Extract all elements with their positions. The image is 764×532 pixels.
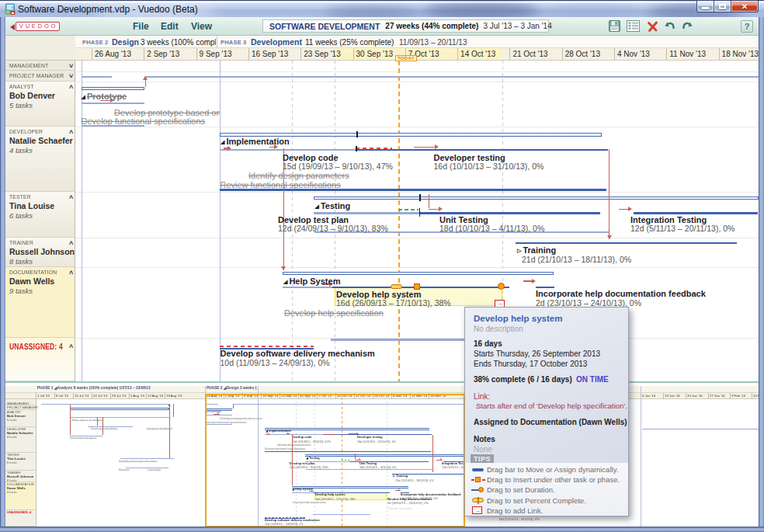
undo-icon[interactable] — [663, 19, 677, 33]
redo-icon[interactable] — [680, 19, 694, 33]
sidebar-section-trainer[interactable]: TRAINERRussell Johnson8 tasks˄ — [5, 238, 75, 267]
task-bar[interactable] — [419, 212, 600, 214]
task-bar[interactable] — [220, 346, 314, 347]
task-sublabel[interactable]: 12d (24/09/13 – 9/10/13), 83% — [278, 224, 388, 234]
task-bar[interactable] — [82, 76, 113, 78]
progress-tick — [419, 208, 421, 217]
close-button[interactable]: ✕ — [731, 1, 759, 12]
task-bar[interactable] — [283, 272, 554, 276]
percent-handle[interactable] — [391, 284, 402, 289]
chevron-up-icon[interactable]: ˄ — [69, 342, 73, 350]
chevron-up-icon[interactable]: ˄ — [69, 269, 73, 276]
phase-name[interactable]: Design — [112, 37, 139, 47]
task-bar[interactable] — [82, 87, 145, 91]
task-sublabel[interactable]: 15d (19/09/13 – 9/10/13), 47% — [283, 162, 393, 172]
task-bar[interactable] — [314, 212, 419, 214]
insert-icon — [471, 475, 487, 485]
task-bar[interactable] — [331, 339, 465, 341]
task-label[interactable]: Incorporate help documentation feedback — [536, 289, 706, 298]
completed-task-label[interactable]: ◢Prototype — [82, 92, 127, 101]
minimap-sidebar-tasks: 5 tasks — [7, 419, 17, 422]
menu-item-edit[interactable]: Edit — [161, 21, 179, 32]
gantt-chart[interactable]: ◢PrototypeDevelop prototype based on spe… — [75, 61, 759, 381]
menu-item-view[interactable]: View — [191, 21, 212, 32]
sidebar-section-developer[interactable]: DEVELOPERNatalie Schaefer4 tasks˄ — [5, 127, 75, 192]
expanded-marker-icon[interactable]: ◢ — [221, 139, 224, 145]
task-bar[interactable] — [356, 149, 608, 151]
menu-item-file[interactable]: File — [133, 21, 149, 32]
task-bar[interactable] — [283, 287, 332, 289]
phase-header-bar: PHASE 2Design3 weeks (100% compl…PHASE 3… — [75, 36, 759, 48]
sidebar-section-unassigned-[interactable]: UNASSIGNED: 4˄ — [5, 338, 75, 381]
sidebar-section-analyst[interactable]: ANALYSTBob Denver5 tasks˄ — [5, 82, 75, 127]
completed-task-label[interactable]: Develop functional specifications — [82, 116, 206, 126]
task-label[interactable]: Develop help system — [336, 290, 421, 299]
sidebar-task-count: 4 tasks — [9, 146, 33, 155]
task-bar[interactable] — [516, 242, 737, 245]
task-bar[interactable] — [220, 133, 602, 137]
task-sublabel[interactable]: 16d (26/09/13 – 17/10/13), 38% — [336, 299, 451, 308]
vuedoo-logo[interactable]: VUEDOO — [16, 22, 60, 31]
completed-task-label[interactable]: Identify design parameters — [248, 171, 349, 180]
collapsed-marker-icon[interactable]: ▷ — [517, 248, 521, 254]
sidebar-section-documentation[interactable]: DOCUMENTATIONDawn Wells9 tasks˄ — [5, 267, 75, 338]
project-title: SOFTWARE DEVELOPMENT — [269, 22, 380, 31]
task-sublabel[interactable]: 12d (5/11/13 – 20/11/13), 0% — [630, 224, 734, 234]
label-text: Help System — [289, 276, 340, 286]
task-bar[interactable] — [314, 196, 759, 200]
task-label[interactable]: ◢Testing — [315, 201, 351, 210]
sidebar-section-project-manager[interactable]: PROJECT MANAGER˅ — [5, 71, 75, 82]
task-bar[interactable] — [146, 76, 759, 78]
maximize-button[interactable] — [714, 1, 731, 12]
title-bar[interactable]: Software Development.vdp - Vuedoo (Beta)… — [0, 0, 764, 17]
insert-handle[interactable] — [414, 283, 420, 290]
task-sublabel[interactable]: 16d (10/10/13 – 31/10/13), 0% — [434, 162, 544, 172]
dependency-arrowhead-up — [143, 76, 148, 80]
overview-minimap[interactable]: PHASE 1 ◢Analysis 8 weeks (100% complete… — [5, 381, 759, 527]
window-buttons: ✕ — [696, 1, 759, 12]
completed-task-label[interactable]: Develop prototype based on spec — [114, 108, 220, 117]
task-sublabel[interactable]: 10d (11/09/13 – 24/09/13), 0% — [221, 359, 330, 368]
task-bar[interactable] — [220, 149, 356, 151]
minimap-viewport[interactable] — [205, 394, 465, 527]
chevron-up-icon[interactable]: ˄ — [69, 83, 73, 91]
project-header[interactable]: SOFTWARE DEVELOPMENT 27 weeks (44% compl… — [262, 19, 549, 33]
chevron-up-icon[interactable]: ˄ — [69, 239, 73, 247]
help-button[interactable]: ? — [741, 20, 753, 33]
task-label[interactable]: ◢Implementation — [221, 137, 290, 146]
chevron-down-icon[interactable]: ˅ — [69, 62, 73, 70]
chevron-up-icon[interactable]: ˄ — [69, 128, 73, 136]
chevron-down-icon[interactable]: ˅ — [69, 72, 73, 80]
save-icon[interactable] — [608, 19, 622, 33]
task-label[interactable]: ▷Training — [517, 245, 556, 255]
task-bar[interactable] — [398, 209, 418, 211]
task-label[interactable]: ◢Help System — [283, 276, 340, 286]
minimap-tick — [165, 393, 165, 399]
back-arrow-icon[interactable] — [10, 24, 15, 30]
task-bar[interactable] — [356, 148, 392, 149]
dependency-arrowhead — [628, 207, 632, 211]
list-view-icon[interactable] — [627, 19, 641, 33]
task-sublabel[interactable]: 21d (21/10/13 – 18/11/13), 0% — [522, 256, 631, 265]
task-label[interactable]: Develop code — [283, 153, 339, 162]
completed-task-label[interactable]: Develop help specification — [284, 308, 384, 318]
task-bar[interactable] — [634, 212, 758, 214]
minimap-task-bar — [88, 426, 133, 427]
task-sublabel[interactable]: 18d (10/10/13 – 4/11/13), 0% — [439, 224, 544, 234]
completed-task-label[interactable]: Review functional specifications — [221, 180, 341, 190]
task-label[interactable]: Develop software delivery mechanism — [221, 349, 375, 358]
sidebar-role-label: DEVELOPER — [9, 128, 43, 135]
tip-text: Drag to Insert under other task or phase… — [487, 475, 620, 484]
duration-handle[interactable] — [498, 283, 505, 290]
expanded-marker-icon[interactable]: ◢ — [283, 279, 287, 285]
expanded-marker-icon[interactable]: ◢ — [315, 203, 319, 210]
task-bar[interactable] — [332, 287, 509, 289]
phase-name[interactable]: Development — [251, 37, 302, 47]
sidebar-section-management[interactable]: MANAGEMENT˅ — [5, 61, 75, 71]
sidebar-section-tester[interactable]: TESTERTina Louise6 tasks˄ — [5, 192, 75, 238]
task-label[interactable]: Developer testing — [434, 153, 505, 162]
minimize-button[interactable] — [696, 1, 714, 12]
chevron-up-icon[interactable]: ˄ — [69, 193, 73, 201]
delete-icon[interactable] — [646, 19, 660, 33]
expanded-marker-icon[interactable]: ◢ — [82, 94, 85, 100]
